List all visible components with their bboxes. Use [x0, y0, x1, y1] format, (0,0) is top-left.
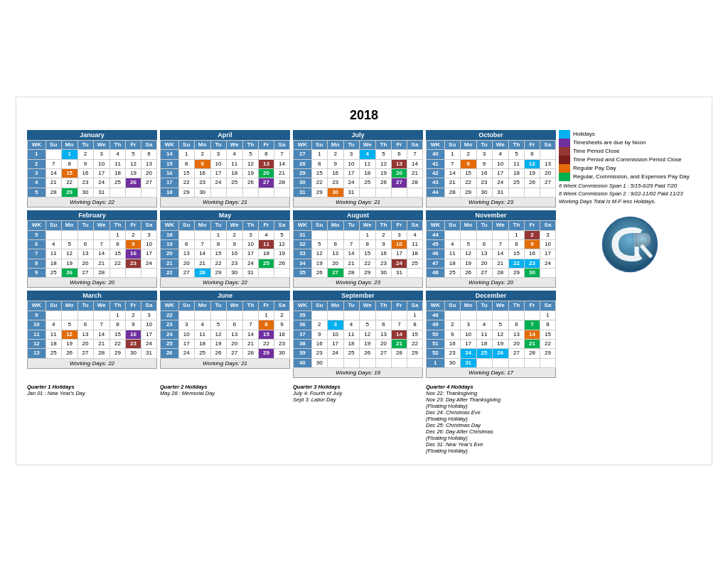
- legend-label-commissionpay: Regular, Commission, and Expenses Pay Da…: [573, 173, 690, 180]
- legend-label-timesheet: Timesheets are due by Noon: [573, 139, 646, 146]
- legend-regularpay: Regular Pay Day: [559, 164, 701, 173]
- june-table: WKSuMoTuWeThFrSa 2212 233456789 24101112…: [160, 301, 290, 358]
- q4-item-8: (Floating Holiday): [426, 435, 556, 441]
- february-working-days: Working Days: 20: [27, 278, 157, 288]
- legend-note-1: 6 Week Commission Span 1 : 5/15-6/29 Pai…: [559, 183, 701, 189]
- january-working-days: Working Days: 22: [27, 198, 157, 207]
- july-block: July WKSuMoTuWeThFrSa 271234567 28891011…: [293, 130, 423, 207]
- q4-item-6: Dec 25: Christmas Day: [426, 422, 556, 428]
- legend-timeperiod: Time Period Close: [559, 147, 701, 156]
- legend-box-timeperiod: [559, 147, 570, 156]
- february-table: WKSuMoTuWeThFrSa 5123 645678910 71112131…: [27, 220, 157, 278]
- august-working-days: Working Days: 23: [293, 278, 423, 288]
- april-block: April WKSuMoTuWeThFrSa 141234567 1589101…: [160, 130, 290, 207]
- november-table: WKSuMoTuWeThFrSa 44123 4545678910 461112…: [426, 220, 556, 278]
- legend-label-timecommission: Time Period and Commission Period Close: [573, 156, 682, 163]
- q1-title: Quarter 1 Holidays: [27, 384, 157, 390]
- q4-title: Quarter 4 Holidays: [426, 384, 556, 390]
- january-header: January: [27, 130, 157, 140]
- january-block: January WKSuMoTuWeThFrSa 1123456 2789101…: [27, 130, 157, 207]
- holidays-section: Quarter 1 Holidays Jan 01 : New Year's D…: [27, 384, 556, 454]
- q4-item-7: Dec 26: Day After Christmas: [426, 428, 556, 435]
- september-table: WKSuMoTuWeThFrSa 351 362345678 379101112…: [293, 301, 423, 368]
- q3-title: Quarter 3 Holidays: [293, 384, 423, 390]
- legend-box-commissionpay: [559, 173, 570, 181]
- legend-holidays: Holidays: [559, 130, 701, 139]
- q4-item-5: (Floating Holiday): [426, 416, 556, 422]
- september-header: September: [293, 291, 423, 301]
- march-table: WKSuMoTuWeThFrSa 9123 1045678910 1111121…: [27, 301, 157, 358]
- row2: February WKSuMoTuWeThFrSa 5123 645678910…: [27, 210, 556, 288]
- may-block: May WKSuMoTuWeThFrSa 1812345 19678910111…: [160, 210, 290, 288]
- may-working-days: Working Days: 22: [160, 278, 290, 288]
- q2-holidays: Quarter 2 Holidays May 28 : Memorial Day: [160, 384, 290, 454]
- march-header: March: [27, 291, 157, 301]
- october-header: October: [426, 130, 556, 140]
- december-header: December: [426, 291, 556, 301]
- q2-title: Quarter 2 Holidays: [160, 384, 290, 390]
- legend-box-timecommission: [559, 156, 570, 164]
- legend-label-timeperiod: Time Period Close: [573, 148, 620, 154]
- q4-item-4: Dec 24: Christmas Eve: [426, 409, 556, 416]
- q4-holidays: Quarter 4 Holidays Nov 22: Thanksgiving …: [426, 384, 556, 454]
- row1: January WKSuMoTuWeThFrSa 1123456 2789101…: [27, 130, 556, 207]
- calendars-area: January WKSuMoTuWeThFrSa 1123456 2789101…: [27, 130, 556, 454]
- february-header: February: [27, 210, 157, 220]
- may-header: May: [160, 210, 290, 220]
- april-table: WKSuMoTuWeThFrSa 141234567 1589101112131…: [160, 140, 290, 198]
- january-table: WKSuMoTuWeThFrSa 1123456 278910111213 31…: [27, 140, 157, 198]
- february-block: February WKSuMoTuWeThFrSa 5123 645678910…: [27, 210, 157, 288]
- legend: Holidays Timesheets are due by Noon Time…: [559, 130, 701, 205]
- q2-item-1: May 28 : Memorial Day: [160, 390, 290, 396]
- december-working-days: Working Days: 17: [426, 368, 556, 378]
- november-block: November WKSuMoTuWeThFrSa 44123 45456789…: [426, 210, 556, 288]
- october-working-days: Working Days: 23: [426, 198, 556, 207]
- june-working-days: Working Days: 21: [160, 359, 290, 369]
- september-working-days: Working Days: 19: [293, 368, 423, 378]
- december-table: WKSuMoTuWeThFrSa 481 492345678 509101112…: [426, 301, 556, 368]
- august-table: WKSuMoTuWeThFrSa 311234 32567891011 3312…: [293, 220, 423, 278]
- legend-timecommission: Time Period and Commission Period Close: [559, 156, 701, 164]
- legend-label-regularpay: Regular Pay Day: [573, 165, 616, 171]
- q3-item-1: July 4: Fourth of July: [293, 390, 423, 396]
- legend-box-timesheet: [559, 139, 570, 147]
- april-header: April: [160, 130, 290, 140]
- page: 2018 January WKSuMoTuWeThFrSa 1123456 27…: [16, 97, 712, 465]
- legend-note-2: 6 Week Commission Span 2 : 9/22-11/02 Pa…: [559, 190, 701, 197]
- november-header: November: [426, 210, 556, 220]
- legend-commissionpay: Regular, Commission, and Expenses Pay Da…: [559, 173, 701, 181]
- right-panel: Holidays Timesheets are due by Noon Time…: [559, 130, 701, 273]
- july-working-days: Working Days: 21: [293, 198, 423, 207]
- q3-holidays: Quarter 3 Holidays July 4: Fourth of Jul…: [293, 384, 423, 454]
- legend-box-regularpay: [559, 164, 570, 173]
- legend-box-holidays: [559, 130, 570, 139]
- year-title: 2018: [27, 108, 701, 123]
- q1-item-1: Jan 01 : New Year's Day: [27, 390, 157, 396]
- legend-note-3: Working Days Total Is M-F less Holidays.: [559, 198, 701, 205]
- march-working-days: Working Days: 22: [27, 359, 157, 369]
- legend-label-holidays: Holidays: [573, 131, 595, 137]
- june-header: June: [160, 291, 290, 301]
- logo-area: [559, 216, 701, 273]
- june-block: June WKSuMoTuWeThFrSa 2212 233456789 241…: [160, 291, 290, 378]
- october-table: WKSuMoTuWeThFrSa 40123456 4178910111213 …: [426, 140, 556, 198]
- august-header: August: [293, 210, 423, 220]
- q4-item-10: (Floating Holiday): [426, 448, 556, 454]
- august-block: August WKSuMoTuWeThFrSa 311234 325678910…: [293, 210, 423, 288]
- november-working-days: Working Days: 20: [426, 278, 556, 288]
- may-table: WKSuMoTuWeThFrSa 1812345 196789101112 20…: [160, 220, 290, 278]
- q3-item-2: Sept 3: Labor Day: [293, 396, 423, 403]
- q4-item-3: (Floating Holiday): [426, 403, 556, 409]
- september-block: September WKSuMoTuWeThFrSa 351 362345678…: [293, 291, 423, 378]
- legend-timesheet: Timesheets are due by Noon: [559, 139, 701, 147]
- q4-item-1: Nov 22: Thanksgiving: [426, 390, 556, 396]
- april-working-days: Working Days: 21: [160, 198, 290, 207]
- row3: March WKSuMoTuWeThFrSa 9123 1045678910 1…: [27, 291, 556, 378]
- top-row: January WKSuMoTuWeThFrSa 1123456 2789101…: [27, 130, 701, 454]
- q1-holidays: Quarter 1 Holidays Jan 01 : New Year's D…: [27, 384, 157, 454]
- q4-item-9: Dec 31: New Year's Eve: [426, 441, 556, 448]
- july-table: WKSuMoTuWeThFrSa 271234567 2889101112131…: [293, 140, 423, 198]
- december-block: December WKSuMoTuWeThFrSa 481 492345678 …: [426, 291, 556, 378]
- october-block: October WKSuMoTuWeThFrSa 40123456 417891…: [426, 130, 556, 207]
- q4-item-2: Nov 23: Day After Thanksgiving: [426, 396, 556, 403]
